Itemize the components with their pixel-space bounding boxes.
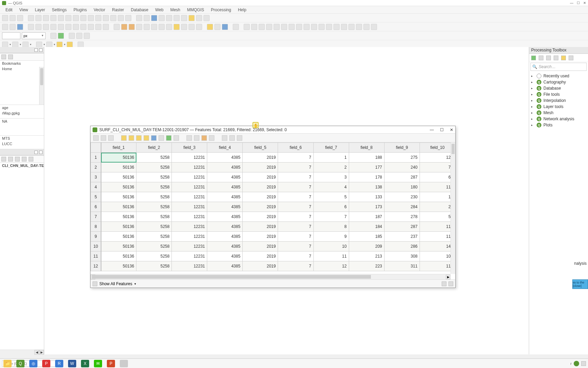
table-cell[interactable]: 4385 [207,172,243,182]
table-cell[interactable]: 13 [420,192,455,202]
tool-icon[interactable] [194,135,199,141]
tool-icon[interactable] [233,24,239,30]
table-cell[interactable]: 223 [349,261,384,271]
zoom-full-icon[interactable] [50,15,56,21]
tool-icon[interactable] [29,157,33,162]
edit-icon[interactable] [2,24,8,30]
table-cell[interactable]: 5258 [136,192,172,202]
table-cell[interactable]: 5258 [136,172,172,182]
table-cell[interactable]: 115 [420,261,455,271]
tool-icon[interactable] [88,24,94,30]
table-cell[interactable]: 12 [313,261,349,271]
field-calc-icon[interactable] [209,135,214,141]
table-cell[interactable]: 4385 [207,242,243,251]
tool-icon[interactable] [266,24,272,30]
toolbox-search-input[interactable]: 🔍 Search… [530,63,587,71]
table-cell[interactable]: 7 [278,212,313,222]
tool-icon[interactable] [50,24,56,30]
table-cell[interactable]: 12231 [172,182,207,192]
tool-icon[interactable] [203,15,210,21]
tool-icon[interactable] [166,24,172,30]
tool-icon[interactable] [159,24,165,30]
pdf-app-icon[interactable]: P [42,360,50,367]
scrollbar-horizontal[interactable]: ◀▶ [0,350,44,354]
zoom-out-icon[interactable] [43,15,49,21]
table-cell[interactable]: 111 [420,222,455,232]
filter-icon[interactable] [151,135,157,141]
column-header[interactable]: field_4 [207,143,243,153]
tool-icon[interactable] [181,15,187,21]
table-cell[interactable]: 188 [349,153,384,163]
table-cell[interactable]: 7 [278,232,313,242]
powerpoint-app-icon[interactable]: P [107,360,115,367]
table-cell[interactable]: 7 [278,202,313,212]
scrollbar-horizontal[interactable]: ◀ ▶ [91,274,451,279]
tool-icon[interactable] [166,135,172,141]
tool-icon[interactable] [58,24,64,30]
toolbox-node[interactable]: ▸QLayer tools [530,104,587,110]
table-cell[interactable]: 7 [278,192,313,202]
table-cell[interactable]: 50136 [101,172,136,182]
maximize-button[interactable]: ☐ [440,127,444,132]
tool-icon[interactable] [144,135,149,141]
table-cell[interactable]: 184 [349,222,384,232]
panel-close-icon[interactable] [39,48,43,52]
column-header[interactable]: field_3 [172,143,207,153]
table-row[interactable]: 125013652581223143852019712223311115 [91,261,455,271]
zoom-in-icon[interactable] [35,15,42,21]
measure-icon[interactable] [174,15,180,21]
table-cell[interactable]: 240 [384,163,420,172]
toolbox-node[interactable]: ▸Recently used [530,73,587,79]
tool-icon[interactable] [136,135,142,141]
column-header[interactable]: field_7 [313,143,349,153]
tool-icon[interactable] [10,24,16,30]
table-cell[interactable]: 185 [349,232,384,242]
table-cell[interactable]: 2019 [243,251,278,261]
tool-icon[interactable] [58,33,64,39]
file-explorer-icon[interactable]: 📁 [3,360,12,367]
refresh-icon[interactable] [125,15,131,21]
pan-icon[interactable] [28,15,34,21]
table-cell[interactable]: 5 [313,192,349,202]
toolbox-node[interactable]: ▸QDatabase [530,85,587,91]
table-cell[interactable]: 4 [313,182,349,192]
tool-icon[interactable] [363,24,370,30]
maximize-button[interactable]: ☐ [577,1,580,5]
tool-icon[interactable] [186,135,192,141]
table-cell[interactable]: 5258 [136,222,172,232]
layer-item[interactable]: CLI_CHN_MUL_DAY-TEM-12 [0,163,44,168]
tool-icon[interactable] [196,15,202,21]
menu-plugins[interactable]: Plugins [71,7,89,13]
warning-icon[interactable] [174,24,180,30]
table-cell[interactable]: 122 [420,153,455,163]
table-cell[interactable]: 4385 [207,261,243,271]
excel-app-icon[interactable]: X [81,360,89,367]
tool-icon[interactable] [2,15,8,21]
table-cell[interactable]: 12231 [172,251,207,261]
tool-icon[interactable] [8,157,13,162]
table-cell[interactable]: 2019 [243,202,278,212]
table-cell[interactable]: 12231 [172,153,207,163]
column-header[interactable]: field_8 [349,143,384,153]
select-icon[interactable] [159,135,164,141]
field-calc-icon[interactable] [151,15,157,21]
sigma-icon[interactable] [166,15,172,21]
tool-icon[interactable] [2,42,8,48]
table-cell[interactable]: 5258 [136,163,172,172]
browser-item[interactable]: rMap.gpkg [0,110,44,116]
tool-icon[interactable] [65,24,71,30]
close-button[interactable]: ✕ [583,1,586,5]
menu-web[interactable]: Web [152,7,166,13]
attr-titlebar[interactable]: SURF_CLI_CHN_MUL_DAY-TEM-12001-201907 — … [91,126,455,134]
globe-icon[interactable] [181,24,187,30]
globe-icon[interactable] [189,24,195,30]
table-cell[interactable]: 2019 [243,261,278,271]
table-cell[interactable]: 77 [420,163,455,172]
tool-icon[interactable] [326,24,332,30]
table-cell[interactable]: 50136 [101,153,136,163]
minimize-button[interactable]: — [570,1,573,5]
table-cell[interactable]: 213 [349,251,384,261]
browser-item[interactable]: LUCC [0,141,44,147]
table-cell[interactable]: 145 [420,242,455,251]
tool-icon[interactable] [118,15,124,21]
